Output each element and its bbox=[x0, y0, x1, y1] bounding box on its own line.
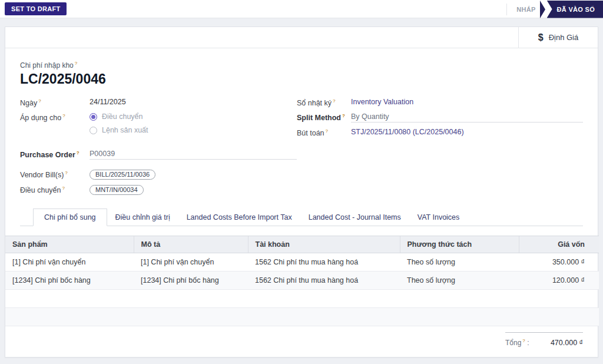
journal-entry-link[interactable]: STJ/2025/11/0080 (LC/2025/0046) bbox=[351, 128, 583, 136]
cell-split-method[interactable]: Theo số lượng bbox=[400, 253, 519, 272]
table-empty-row bbox=[5, 290, 599, 308]
tab-additional-costs[interactable]: Chi phí bổ sung bbox=[33, 209, 107, 226]
date-label: Ngày? bbox=[20, 98, 90, 107]
help-icon[interactable]: ? bbox=[342, 113, 345, 118]
purchase-order-label-text: Purchase Order bbox=[20, 151, 75, 159]
total-label: Tổng? : bbox=[505, 338, 529, 347]
apply-on-label: Áp dụng cho? bbox=[20, 112, 90, 122]
radio-option-transfers[interactable]: Điều chuyển bbox=[90, 112, 297, 121]
journal-entry-label: Bút toán? bbox=[297, 128, 351, 137]
split-method-select[interactable]: By Quantity bbox=[351, 112, 583, 123]
tab-landed-costs-before-import-tax[interactable]: Landed Costs Before Import Tax bbox=[178, 209, 300, 226]
transfers-value: MNT/IN/00034 bbox=[90, 185, 297, 195]
total-section: Tổng? : 470.000 ₫ bbox=[505, 332, 583, 347]
help-icon[interactable]: ? bbox=[77, 150, 79, 155]
journal-label: Sổ nhật ký? bbox=[297, 98, 351, 107]
tab-vat-invoices[interactable]: VAT Invoices bbox=[409, 209, 468, 226]
table-row[interactable]: [1] Chi phí vận chuyển [1] Chi phí vận c… bbox=[5, 253, 599, 272]
fields-right-column: Sổ nhật ký? Inventory Valuation Split Me… bbox=[297, 98, 583, 200]
fields-left-column: Ngày? 24/11/2025 Áp dụng cho? Điều chuyể… bbox=[20, 98, 297, 200]
valuation-button[interactable]: $ Định Giá bbox=[518, 27, 598, 48]
title-field-label: Chi phí nhập kho? bbox=[20, 61, 583, 70]
cell-account[interactable]: 1562 Chi phí thu mua hàng hoá bbox=[248, 272, 400, 290]
cell-cost[interactable]: 350.000 ₫ bbox=[519, 253, 599, 272]
total-colon: : bbox=[527, 339, 529, 347]
tab-valuation-adjustments[interactable]: Điều chỉnh giá trị bbox=[107, 209, 178, 226]
valuation-button-label: Định Giá bbox=[549, 33, 579, 42]
field-purchase-order: Purchase Order? P00039 bbox=[20, 150, 297, 160]
total-label-text: Tổng bbox=[505, 339, 521, 347]
top-control-bar: SET TO DRAFT NHÁP ĐÃ VÀO SỔ bbox=[0, 0, 603, 18]
cost-lines-table: Sản phẩm Mô tả Tài khoản Phương thức tác… bbox=[5, 236, 599, 326]
form-sheet: $ Định Giá Chi phí nhập kho? LC/2025/004… bbox=[5, 27, 598, 358]
help-icon[interactable]: ? bbox=[65, 170, 67, 176]
help-icon[interactable]: ? bbox=[333, 98, 335, 104]
field-apply-on: Áp dụng cho? Điều chuyển Lệnh sản xuất bbox=[20, 112, 297, 140]
transfers-label: Điều chuyển? bbox=[20, 185, 90, 194]
purchase-order-label: Purchase Order? bbox=[20, 150, 90, 159]
date-label-text: Ngày bbox=[20, 99, 37, 107]
field-date: Ngày? 24/11/2025 bbox=[20, 98, 297, 107]
cell-description[interactable]: [1234] Chi phí bốc hàng bbox=[134, 272, 248, 290]
status-bar: NHÁP ĐÃ VÀO SỔ bbox=[506, 0, 603, 18]
table-row[interactable]: [1234] Chi phí bốc hàng [1234] Chi phí b… bbox=[5, 272, 599, 290]
apply-on-radio-group: Điều chuyển Lệnh sản xuất bbox=[90, 112, 297, 140]
status-arrow-icon bbox=[540, 1, 545, 18]
status-divider bbox=[506, 4, 507, 15]
button-box: $ Định Giá bbox=[5, 27, 598, 48]
help-icon[interactable]: ? bbox=[522, 338, 525, 343]
radio-option-label: Điều chuyển bbox=[102, 112, 143, 121]
date-value[interactable]: 24/11/2025 bbox=[90, 98, 297, 106]
column-header-account[interactable]: Tài khoản bbox=[248, 236, 400, 253]
help-icon[interactable]: ? bbox=[62, 113, 65, 118]
radio-option-manufacturing[interactable]: Lệnh sản xuất bbox=[90, 126, 297, 134]
table-empty-row bbox=[5, 308, 599, 326]
column-header-cost[interactable]: Giá vốn bbox=[519, 236, 599, 253]
vendor-bill-tag[interactable]: BILL/2025/11/0036 bbox=[90, 170, 155, 180]
help-icon[interactable]: ? bbox=[75, 61, 77, 66]
journal-label-text: Sổ nhật ký bbox=[297, 99, 332, 107]
radio-option-label: Lệnh sản xuất bbox=[102, 126, 148, 134]
column-header-product[interactable]: Sản phẩm bbox=[5, 236, 134, 253]
vendor-bills-label: Vendor Bill(s)? bbox=[20, 170, 90, 179]
column-header-description[interactable]: Mô tả bbox=[134, 236, 248, 253]
dollar-icon: $ bbox=[538, 32, 544, 43]
vendor-bills-value: BILL/2025/11/0036 bbox=[90, 170, 297, 180]
help-icon[interactable]: ? bbox=[38, 98, 41, 104]
apply-on-label-text: Áp dụng cho bbox=[20, 114, 61, 122]
purchase-order-input[interactable]: P00039 bbox=[90, 150, 297, 160]
help-icon[interactable]: ? bbox=[62, 186, 65, 191]
journal-entry-label-text: Bút toán bbox=[297, 129, 324, 137]
transfer-tag[interactable]: MNT/IN/00034 bbox=[90, 185, 144, 195]
set-to-draft-button[interactable]: SET TO DRAFT bbox=[5, 2, 67, 15]
title-block: Chi phí nhập kho? LC/2025/0046 bbox=[20, 61, 583, 87]
field-vendor-bills: Vendor Bill(s)? BILL/2025/11/0036 bbox=[20, 170, 297, 180]
cell-description[interactable]: [1] Chi phí vận chuyển bbox=[134, 253, 248, 272]
field-transfers: Điều chuyển? MNT/IN/00034 bbox=[20, 185, 297, 195]
column-header-split-method[interactable]: Phương thức tách bbox=[400, 236, 519, 253]
total-value: 470.000 ₫ bbox=[551, 339, 583, 347]
radio-unselected-icon[interactable] bbox=[90, 127, 97, 134]
radio-selected-icon[interactable] bbox=[90, 113, 97, 121]
field-journal-entry: Bút toán? STJ/2025/11/0080 (LC/2025/0046… bbox=[297, 128, 583, 137]
split-method-label-text: Split Method bbox=[297, 114, 341, 122]
cell-account[interactable]: 1562 Chi phí thu mua hàng hoá bbox=[248, 253, 400, 272]
transfers-label-text: Điều chuyển bbox=[20, 186, 61, 194]
page-title: LC/2025/0046 bbox=[20, 71, 583, 87]
status-stage-posted[interactable]: ĐÃ VÀO SỔ bbox=[547, 1, 603, 18]
help-icon[interactable]: ? bbox=[326, 128, 328, 134]
field-split-method: Split Method? By Quantity bbox=[297, 112, 583, 123]
notebook-tabs: Chi phí bổ sung Điều chỉnh giá trị Lande… bbox=[20, 209, 583, 226]
tab-landed-cost-journal-items[interactable]: Landed Cost - Journal Items bbox=[300, 209, 409, 226]
cell-product[interactable]: [1] Chi phí vận chuyển bbox=[5, 253, 134, 272]
vendor-bills-label-text: Vendor Bill(s) bbox=[20, 171, 64, 179]
field-journal: Sổ nhật ký? Inventory Valuation bbox=[297, 98, 583, 107]
journal-link[interactable]: Inventory Valuation bbox=[351, 98, 583, 106]
cell-split-method[interactable]: Theo số lượng bbox=[400, 272, 519, 290]
title-field-label-text: Chi phí nhập kho bbox=[20, 61, 74, 70]
cell-product[interactable]: [1234] Chi phí bốc hàng bbox=[5, 272, 134, 290]
cell-cost[interactable]: 120.000 ₫ bbox=[519, 272, 599, 290]
status-stage-draft[interactable]: NHÁP bbox=[516, 6, 535, 13]
table-header-row: Sản phẩm Mô tả Tài khoản Phương thức tác… bbox=[5, 236, 599, 253]
split-method-label: Split Method? bbox=[297, 112, 351, 122]
